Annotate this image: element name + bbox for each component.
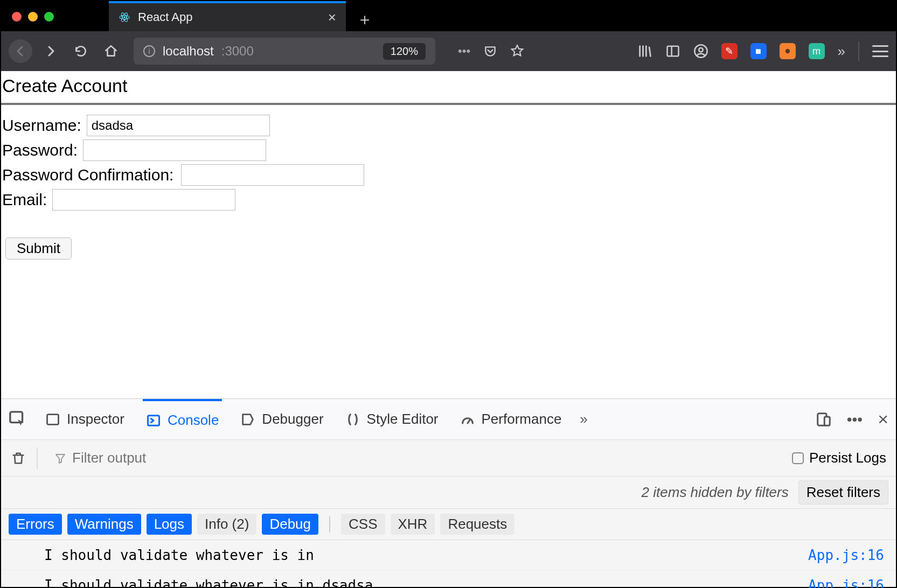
url-port: :3000 [221,44,254,59]
page-title: Create Account [1,71,896,103]
filter-css[interactable]: CSS [341,514,385,535]
filter-requests[interactable]: Requests [440,514,514,535]
separator [858,41,859,61]
persist-logs[interactable]: Persist Logs [792,450,886,466]
filter-errors[interactable]: Errors [9,514,62,535]
tab-style-editor[interactable]: Style Editor [342,399,442,439]
persist-checkbox[interactable] [792,452,804,464]
filter-status-row: 2 items hidden by filters Reset filters [1,477,896,509]
console-log-list: I should validate whatever is in App.js:… [1,540,896,588]
extension-icon[interactable]: ✎ [721,43,738,59]
filter-icon [54,452,67,465]
address-bar: i localhost:3000 120% ••• ✎ ■ m » [1,31,896,71]
filter-info[interactable]: Info (2) [197,514,256,535]
tab-label: Debugger [262,411,323,428]
forward-button[interactable] [39,39,62,63]
page-content: Create Account Username: Password: Passw… [1,71,896,587]
site-info-icon[interactable]: i [143,45,155,57]
filter-debug[interactable]: Debug [262,514,318,535]
tab-label: Style Editor [367,411,439,428]
zoom-badge[interactable]: 120% [383,43,426,60]
close-window-icon[interactable] [12,12,22,22]
element-picker-icon[interactable] [9,410,27,429]
maximize-window-icon[interactable] [44,12,54,22]
console-toolbar: Persist Logs [1,440,896,477]
submit-button[interactable]: Submit [5,237,72,260]
filter-xhr[interactable]: XHR [391,514,435,535]
tab-debugger[interactable]: Debugger [237,399,326,439]
page-actions-icon[interactable]: ••• [458,44,470,58]
minimize-window-icon[interactable] [28,12,38,22]
reset-filters-button[interactable]: Reset filters [798,480,888,505]
tabs-overflow-icon[interactable]: » [580,411,587,428]
svg-point-9 [785,49,789,53]
new-tab-button[interactable]: ＋ [357,9,373,31]
console-log-row[interactable]: I should validate whatever is in dsadsa … [1,570,896,588]
filter-warnings[interactable]: Warnings [67,514,141,535]
overflow-icon[interactable]: » [838,43,845,60]
password-confirmation-label: Password Confirmation: [2,166,173,184]
tab-label: Console [168,412,219,429]
extension-icon[interactable]: m [809,43,825,59]
pocket-icon[interactable] [483,44,497,58]
react-icon [119,11,130,23]
devtools-tabs: Inspector Console Debugger Style Editor … [1,399,896,440]
log-source[interactable]: App.js:16 [808,547,884,563]
account-icon[interactable] [693,44,708,59]
filter-logs[interactable]: Logs [147,514,192,535]
devtools-menu-icon[interactable]: ••• [847,411,863,428]
svg-point-0 [123,16,126,18]
tab-performance[interactable]: Performance [457,399,565,439]
tab-title: React App [138,10,193,24]
password-confirmation-input[interactable] [181,164,364,186]
svg-rect-11 [47,414,59,424]
hidden-items-text: 2 items hidden by filters [642,484,789,501]
log-message: I should validate whatever is in [44,547,314,563]
log-source[interactable]: App.js:16 [808,577,884,589]
separator [37,447,38,469]
username-label: Username: [2,116,81,135]
menu-icon[interactable] [872,45,888,57]
tab-label: Performance [482,411,562,428]
password-label: Password: [2,141,78,159]
extension-icon[interactable]: ■ [750,43,767,59]
svg-rect-4 [667,46,678,57]
filter-pills-row: Errors Warnings Logs Info (2) Debug CSS … [1,509,896,540]
divider [1,103,896,105]
filter-box[interactable] [54,450,234,466]
username-input[interactable] [87,115,270,136]
tab-label: Inspector [67,411,124,428]
filter-input[interactable] [72,450,234,466]
tab-inspector[interactable]: Inspector [42,399,128,439]
devtools-panel: Inspector Console Debugger Style Editor … [1,398,896,587]
email-label: Email: [2,191,47,209]
create-account-form: Username: Password: Password Confirmatio… [1,115,896,260]
clear-console-icon[interactable] [11,451,26,466]
extension-icon[interactable] [780,43,796,59]
reload-button[interactable] [69,39,93,63]
window-controls [12,12,54,22]
sidebar-icon[interactable] [665,44,680,59]
browser-chrome: React App × ＋ i localhost:3000 120% [1,1,896,71]
responsive-mode-icon[interactable] [816,411,832,428]
tab-console[interactable]: Console [143,399,222,439]
url-input[interactable]: i localhost:3000 120% [134,38,435,65]
email-input[interactable] [52,189,235,211]
persist-label: Persist Logs [809,450,886,466]
browser-tab[interactable]: React App × [109,1,346,31]
library-icon[interactable] [637,44,652,59]
svg-point-7 [699,48,703,52]
close-tab-icon[interactable]: × [328,9,336,26]
password-input[interactable] [83,139,266,161]
log-message: I should validate whatever is in dsadsa [44,577,373,589]
bookmark-icon[interactable] [510,44,524,58]
close-devtools-icon[interactable]: × [878,409,888,430]
separator [329,516,330,533]
svg-rect-14 [824,417,830,425]
console-log-row[interactable]: I should validate whatever is in App.js:… [1,540,896,570]
home-button[interactable] [99,39,123,63]
back-button[interactable] [9,39,32,63]
url-host: localhost [163,44,214,59]
